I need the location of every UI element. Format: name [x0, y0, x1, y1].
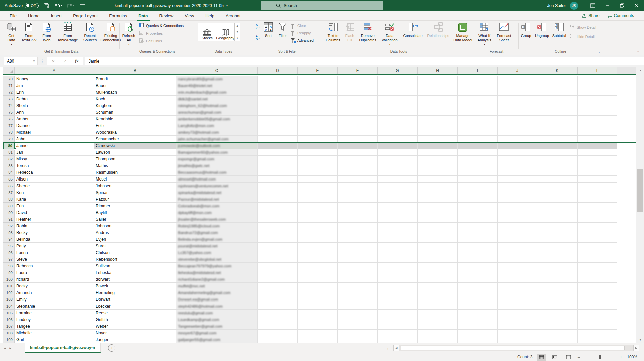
cell-G77[interactable]	[378, 122, 418, 129]
select-all-corner[interactable]	[3, 67, 15, 74]
cell-J97[interactable]	[498, 256, 537, 263]
cell-G95[interactable]	[378, 243, 418, 249]
cell-H107[interactable]	[418, 323, 458, 330]
cell-F75[interactable]	[338, 109, 378, 116]
row-header-75[interactable]: 75	[3, 109, 15, 116]
cell-E93[interactable]	[298, 229, 338, 236]
cell-I77[interactable]	[458, 122, 498, 129]
cell-L82[interactable]	[578, 156, 617, 162]
cell-E91[interactable]	[298, 216, 338, 223]
gallery-down-button[interactable]: ▼	[235, 29, 240, 35]
gallery-more-button[interactable]: ⊽	[235, 35, 240, 41]
cell-C100[interactable]: richard1diane2@gmail.com	[176, 276, 258, 283]
cell-H86[interactable]	[418, 183, 458, 189]
cell-F102[interactable]	[338, 289, 378, 296]
cell-E70[interactable]	[298, 76, 338, 82]
cell-A92[interactable]: Robin	[15, 223, 94, 229]
cell-D85[interactable]	[258, 176, 298, 183]
cell-G76[interactable]	[378, 116, 418, 122]
cell-B99[interactable]: Leheska	[94, 269, 176, 276]
cell-G74[interactable]	[378, 102, 418, 109]
cell-F106[interactable]	[338, 316, 378, 323]
cell-I93[interactable]	[458, 229, 498, 236]
row-header-97[interactable]: 97	[3, 256, 15, 263]
formula-input[interactable]: Jamie	[85, 57, 644, 65]
confirm-entry-icon[interactable]: ✓	[63, 59, 67, 64]
cell-J85[interactable]	[498, 176, 537, 183]
cell-L77[interactable]	[578, 122, 617, 129]
page-break-preview-button[interactable]	[564, 354, 573, 361]
tab-page-layout[interactable]: Page Layout	[67, 11, 103, 21]
cell-A96[interactable]: Lonna	[15, 249, 94, 256]
cell-H71[interactable]	[418, 82, 458, 89]
cell-H103[interactable]	[418, 296, 458, 303]
cell-B88[interactable]: Pazour	[94, 196, 176, 203]
cell-E99[interactable]	[298, 269, 338, 276]
cell-B85[interactable]: Mosel	[94, 176, 176, 183]
cell-I74[interactable]	[458, 102, 498, 109]
cell-C73[interactable]: dktk3@santel.net	[176, 96, 258, 102]
minimize-button[interactable]	[600, 0, 615, 11]
cell-F95[interactable]	[338, 243, 378, 249]
geography-button[interactable]: Geography	[216, 23, 235, 41]
cell-J77[interactable]	[498, 122, 537, 129]
cell-K87[interactable]	[537, 189, 578, 196]
cell-C101[interactable]: muffet@nvc.net	[176, 283, 258, 289]
cell-G102[interactable]	[378, 289, 418, 296]
cell-J109[interactable]	[498, 336, 537, 343]
cell-G109[interactable]	[378, 336, 418, 343]
cell-I88[interactable]	[458, 196, 498, 203]
cell-B89[interactable]: Rimmer	[94, 203, 176, 209]
cell-C80[interactable]: jczmowski@outlook.com	[176, 142, 258, 149]
zoom-level[interactable]: 100%	[627, 355, 637, 359]
cell-K96[interactable]	[537, 249, 578, 256]
cell-G70[interactable]	[378, 76, 418, 82]
cell-C89[interactable]: Coloradoeab@msn.com	[176, 203, 258, 209]
cell-G93[interactable]	[378, 229, 418, 236]
cell-C76[interactable]: amberkenobbie05@gmail.com	[176, 116, 258, 122]
sort-button[interactable]: ZAAZ Sort	[261, 21, 276, 48]
cell-G75[interactable]	[378, 109, 418, 116]
cell-C93[interactable]: Bandrus72@gmail.com	[176, 229, 258, 236]
cell-A99[interactable]: Laura	[15, 269, 94, 276]
cell-F81[interactable]	[338, 149, 378, 156]
cell-B96[interactable]: Chilson	[94, 249, 176, 256]
cell-E76[interactable]	[298, 116, 338, 122]
row-header-109[interactable]: 109	[3, 336, 15, 343]
properties-button[interactable]: Properties	[139, 31, 184, 36]
cell-K100[interactable]	[537, 276, 578, 283]
row-header-107[interactable]: 107	[3, 323, 15, 330]
cell-A109[interactable]: Gail	[15, 336, 94, 343]
cell-A107[interactable]: Tangee	[15, 323, 94, 330]
cell-H108[interactable]	[418, 330, 458, 336]
row-header-100[interactable]: 100	[3, 276, 15, 283]
user-name[interactable]: Jon Sailer	[547, 3, 566, 8]
cell-K72[interactable]	[537, 89, 578, 96]
cell-C99[interactable]: lleheska@midstatesd.net	[176, 269, 258, 276]
what-if-analysis-button[interactable]: ? What-If Analysis⌄	[474, 21, 494, 48]
cell-H104[interactable]	[418, 303, 458, 310]
row-header-104[interactable]: 104	[3, 303, 15, 310]
tab-acrobat[interactable]: Acrobat	[220, 11, 247, 21]
cell-I86[interactable]	[458, 183, 498, 189]
cell-A102[interactable]: Amanda	[15, 289, 94, 296]
cell-E104[interactable]	[298, 303, 338, 310]
row-header-106[interactable]: 106	[3, 316, 15, 323]
cell-B70[interactable]: Brandt	[94, 76, 176, 82]
cell-G89[interactable]	[378, 203, 418, 209]
row-header-82[interactable]: 82	[3, 156, 15, 162]
column-header-E[interactable]: E	[298, 67, 338, 74]
cell-F103[interactable]	[338, 296, 378, 303]
cell-G106[interactable]	[378, 316, 418, 323]
cell-C88[interactable]: Pazour@midstatesd.net	[176, 196, 258, 203]
cell-G92[interactable]	[378, 223, 418, 229]
cell-H106[interactable]	[418, 316, 458, 323]
cell-C95[interactable]: psurat@midstatesd.net	[176, 243, 258, 249]
cell-B87[interactable]: Spinar	[94, 189, 176, 196]
cell-A93[interactable]: Becky	[15, 229, 94, 236]
cell-H83[interactable]	[418, 162, 458, 169]
cell-L75[interactable]	[578, 109, 617, 116]
cell-E102[interactable]	[298, 289, 338, 296]
cell-J78[interactable]	[498, 129, 537, 136]
row-header-99[interactable]: 99	[3, 269, 15, 276]
